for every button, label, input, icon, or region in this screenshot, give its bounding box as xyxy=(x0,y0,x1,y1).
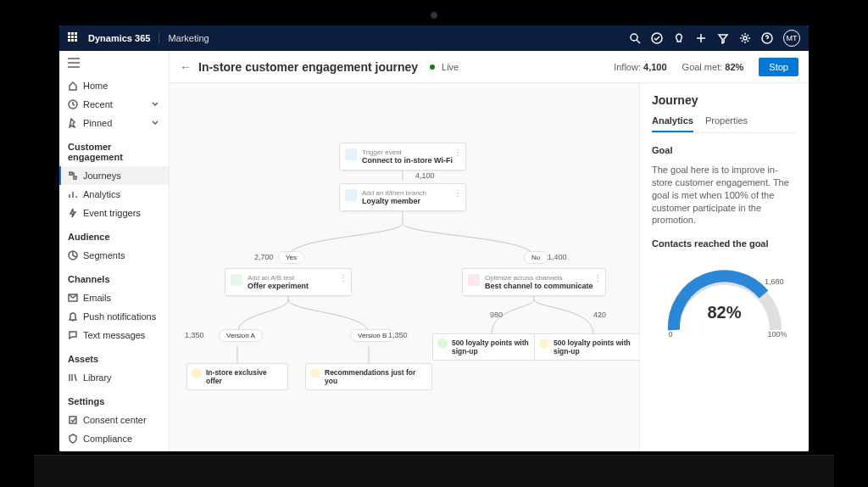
node-optimize-channel[interactable]: Optimize across channels Best channel to… xyxy=(462,268,606,296)
app-launcher-icon[interactable] xyxy=(68,32,80,44)
nav-push[interactable]: Push notifications xyxy=(59,307,169,326)
whatsapp-icon xyxy=(437,339,448,349)
offer-icon xyxy=(310,368,320,378)
nav-label: Library xyxy=(83,372,112,383)
offer-icon xyxy=(539,339,549,349)
nav-label: Event triggers xyxy=(83,208,141,218)
nav-event-triggers[interactable]: Event triggers xyxy=(59,204,169,222)
svg-point-2 xyxy=(743,36,747,40)
gauge-min-label: 0 xyxy=(669,330,673,339)
leaf-offer-a[interactable]: In-store exclusive offer xyxy=(186,363,288,390)
plus-icon[interactable] xyxy=(695,32,707,44)
connector-lines xyxy=(170,83,639,451)
nav-label: Push notifications xyxy=(83,311,156,322)
status-text: Live xyxy=(442,62,459,72)
gauge-value: 82% xyxy=(657,303,793,322)
clock-icon xyxy=(68,99,78,109)
library-icon xyxy=(68,372,78,383)
filter-icon[interactable] xyxy=(717,32,729,44)
nav-label: Compliance xyxy=(83,434,132,444)
offer-icon xyxy=(192,368,202,378)
wifi-icon xyxy=(345,148,357,160)
lightbulb-icon[interactable] xyxy=(673,32,685,44)
branch-icon xyxy=(345,189,357,201)
help-icon[interactable] xyxy=(761,32,773,44)
segments-icon xyxy=(68,250,78,260)
hamburger-icon[interactable] xyxy=(59,51,169,76)
back-arrow-icon[interactable]: ← xyxy=(180,60,192,74)
nav-consent[interactable]: Consent center xyxy=(59,411,169,429)
leaf-points-1[interactable]: 500 loyalty points with sign-up xyxy=(432,333,551,361)
nav-label: Recent xyxy=(83,99,113,109)
shield-icon xyxy=(68,434,78,444)
node-title: Connect to in-store Wi-Fi xyxy=(362,156,459,165)
nav-emails[interactable]: Emails xyxy=(59,288,169,307)
nav-section-assets: Assets xyxy=(59,350,169,368)
node-trigger-event[interactable]: Trigger event Connect to in-store Wi-Fi … xyxy=(339,143,466,171)
nav-home[interactable]: Home xyxy=(59,76,169,95)
branch-yes-pill: Yes xyxy=(278,251,304,264)
node-subtitle: Add an A/B test xyxy=(248,274,344,282)
flask-icon xyxy=(231,274,242,286)
status-dot-icon xyxy=(430,64,435,70)
journey-icon xyxy=(68,171,78,181)
nav-library[interactable]: Library xyxy=(59,368,169,387)
inflow-metric: Inflow: 4,100 xyxy=(614,62,666,72)
branch-no-pill: No xyxy=(524,251,548,264)
more-icon[interactable]: ⋮ xyxy=(593,273,602,283)
nav-label: Segments xyxy=(83,250,125,260)
search-icon[interactable] xyxy=(629,32,641,44)
nav-compliance[interactable]: Compliance xyxy=(59,429,169,448)
nav-pinned[interactable]: Pinned xyxy=(59,114,169,132)
bar-chart-icon xyxy=(68,189,78,199)
tab-analytics[interactable]: Analytics xyxy=(652,115,693,132)
nav-label: Journeys xyxy=(83,171,121,181)
nav-label: Emails xyxy=(83,293,111,303)
more-icon[interactable]: ⋮ xyxy=(339,273,348,283)
mail-icon xyxy=(68,293,78,303)
flow-count: 4,100 xyxy=(415,171,435,180)
bolt-icon xyxy=(68,208,78,218)
nav-recent[interactable]: Recent xyxy=(59,95,169,114)
pin-icon xyxy=(68,118,78,128)
node-title: Best channel to communicate xyxy=(485,282,598,290)
version-a-pill: Version A xyxy=(219,329,263,342)
nav-label: Analytics xyxy=(83,189,120,199)
tab-properties[interactable]: Properties xyxy=(705,115,748,132)
panel-title: Journey xyxy=(652,93,797,107)
journey-canvas[interactable]: Trigger event Connect to in-store Wi-Fi … xyxy=(170,83,639,451)
nav-analytics[interactable]: Analytics xyxy=(59,185,169,204)
node-branch[interactable]: Add an if/then branch Loyalty member ⋮ xyxy=(339,183,466,211)
gear-icon[interactable] xyxy=(739,32,751,44)
node-subtitle: Trigger event xyxy=(362,148,459,156)
node-subtitle: Add an if/then branch xyxy=(362,189,459,197)
chat-icon xyxy=(68,330,78,340)
node-title: Offer experiment xyxy=(248,282,344,290)
node-ab-test[interactable]: Add an A/B test Offer experiment ⋮ xyxy=(225,268,352,296)
stop-button[interactable]: Stop xyxy=(759,58,798,76)
page-title: In-store customer engagement journey xyxy=(198,60,418,74)
chart-heading: Contacts reached the goal xyxy=(652,238,797,249)
nav-section-audience: Audience xyxy=(59,227,169,246)
flow-count: 420 xyxy=(593,311,606,319)
global-header: Dynamics 365 Marketing MT xyxy=(59,25,809,51)
leaf-offer-b[interactable]: Recommendations just for you xyxy=(305,363,432,390)
svg-point-0 xyxy=(631,34,637,41)
nav-text[interactable]: Text messages xyxy=(59,326,169,344)
nav-label: Consent center xyxy=(83,415,147,425)
home-icon xyxy=(68,81,78,91)
user-avatar[interactable]: MT xyxy=(783,30,800,47)
more-icon[interactable]: ⋮ xyxy=(453,148,462,157)
sparkle-icon xyxy=(468,274,480,286)
more-icon[interactable]: ⋮ xyxy=(453,188,462,198)
leaf-points-2[interactable]: 500 loyalty points with sign-up xyxy=(534,333,639,361)
brand-name: Dynamics 365 xyxy=(88,33,150,43)
nav-label: Pinned xyxy=(83,118,112,128)
sidebar: Home Recent Pinned Customer engagement J… xyxy=(59,51,170,451)
flow-count: 1,350 xyxy=(185,331,204,339)
nav-journeys[interactable]: Journeys xyxy=(59,166,169,185)
task-check-icon[interactable] xyxy=(651,32,663,44)
nav-segments[interactable]: Segments xyxy=(59,246,169,265)
properties-panel: Journey Analytics Properties Goal The go… xyxy=(639,83,809,451)
flow-count: 1,400 xyxy=(548,253,567,261)
